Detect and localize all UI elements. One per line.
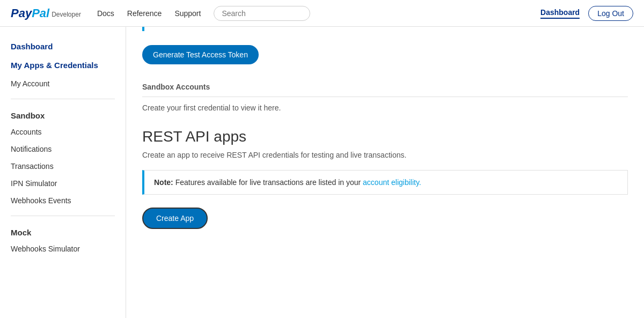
top-navigation: PayPal Developer Docs Reference Support … [0, 0, 644, 27]
support-link[interactable]: Support [174, 9, 201, 18]
sidebar-transactions-link[interactable]: Transactions [0, 158, 126, 175]
sidebar-divider-2 [11, 216, 115, 216]
note-block: Note: Features available for live transa… [142, 170, 628, 195]
main-layout: Dashboard My Apps & Credentials My Accou… [0, 27, 644, 318]
logo: PayPal Developer [11, 6, 81, 20]
rest-api-title: REST API apps [142, 128, 628, 145]
sidebar-mock-header: Mock [0, 223, 126, 240]
sidebar-ipn-simulator-link[interactable]: IPN Simulator [0, 175, 126, 192]
paypal-logo-text: PayPal [11, 6, 49, 20]
sidebar-webhooks-events-link[interactable]: Webhooks Events [0, 192, 126, 209]
nav-links: Docs Reference Support [97, 6, 540, 21]
note-prefix: Note: [154, 178, 173, 187]
sidebar-notifications-link[interactable]: Notifications [0, 140, 126, 158]
reference-link[interactable]: Reference [127, 9, 162, 18]
search-input[interactable] [214, 6, 310, 21]
sandbox-accounts-section: Sandbox Accounts Create your first crede… [142, 77, 628, 112]
sidebar-dashboard-title[interactable]: Dashboard [0, 38, 126, 55]
sidebar: Dashboard My Apps & Credentials My Accou… [0, 27, 126, 318]
nav-right: Dashboard Log Out [540, 6, 633, 21]
developer-label: Developer [52, 11, 81, 18]
sidebar-my-apps-title[interactable]: My Apps & Credentials [0, 56, 126, 74]
docs-link[interactable]: Docs [97, 9, 114, 18]
paypal-logo-dark: Pay [11, 6, 32, 20]
sidebar-divider-1 [11, 99, 115, 99]
note-body: Features available for live transactions… [175, 178, 363, 187]
sandbox-accounts-heading: Sandbox Accounts [142, 77, 628, 97]
note-text: Note: Features available for live transa… [154, 178, 618, 187]
generate-token-button[interactable]: Generate Test Access Token [142, 45, 259, 64]
sidebar-my-account-link[interactable]: My Account [0, 75, 126, 92]
account-eligibility-link[interactable]: account eligibility. [363, 178, 421, 187]
sidebar-webhooks-simulator-link[interactable]: Webhooks Simulator [0, 240, 126, 257]
sidebar-accounts-link[interactable]: Accounts [0, 123, 126, 140]
main-content: Generate Test Access Token Sandbox Accou… [126, 27, 644, 318]
paypal-logo-blue: Pal [32, 6, 49, 20]
logout-button[interactable]: Log Out [588, 6, 633, 21]
dashboard-nav-link[interactable]: Dashboard [540, 8, 580, 19]
rest-api-section: REST API apps Create an app to receive R… [142, 128, 628, 229]
blue-top-strip [142, 27, 628, 31]
create-app-button[interactable]: Create App [142, 208, 208, 229]
sandbox-accounts-desc: Create your first credential to view it … [142, 103, 628, 112]
rest-api-desc: Create an app to receive REST API creden… [142, 151, 628, 159]
sidebar-sandbox-header: Sandbox [0, 106, 126, 123]
